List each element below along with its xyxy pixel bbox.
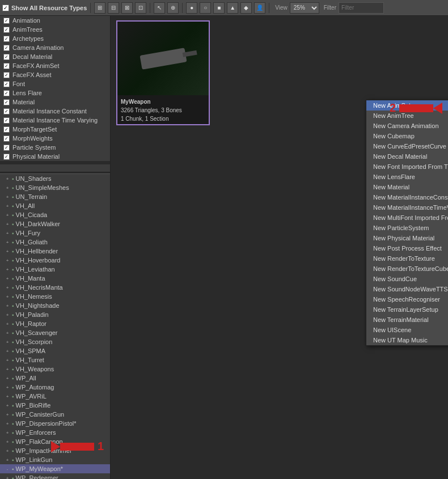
pkg-icon-biorifle: ▪ bbox=[12, 402, 14, 409]
grid-icon-2[interactable]: ⊟ bbox=[108, 2, 119, 14]
tree-item-wp-enforcers[interactable]: + ▪ WP_Enforcers bbox=[0, 428, 110, 437]
tree-item-un-simplemeshes[interactable]: + ▪ UN_SimpleMeshes bbox=[0, 183, 110, 192]
resource-item-decal-material[interactable]: ✓ Decal Material bbox=[0, 52, 110, 61]
tree-item-wp-redeemer[interactable]: + ▪ WP_Redeemer bbox=[0, 473, 110, 479]
tree-item-wp-flakcannon[interactable]: + ▪ WP_FlakCannon bbox=[0, 437, 110, 446]
tree-item-vh-paladin[interactable]: + ▪ VH_Paladin bbox=[0, 310, 110, 319]
menu-item-new-multifont[interactable]: New MultiFont Imported From TrueType bbox=[366, 213, 448, 223]
menu-item-new-camera-animation[interactable]: New Camera Animation bbox=[366, 121, 448, 131]
resource-item-material[interactable]: ✓ Material bbox=[0, 98, 110, 107]
filter-input[interactable] bbox=[339, 2, 384, 14]
tree-item-vh-necrismanta[interactable]: + ▪ VH_NecrisManta bbox=[0, 283, 110, 292]
tree-item-vh-nemesis[interactable]: + ▪ VH_Nemesis bbox=[0, 292, 110, 301]
pkg-icon-hoverboard: ▪ bbox=[12, 257, 14, 264]
tree-item-wp-all[interactable]: + ▪ WP_All bbox=[0, 374, 110, 383]
tree-item-vh-nightshade[interactable]: + ▪ VH_Nightshade bbox=[0, 301, 110, 310]
square-icon[interactable]: ■ bbox=[213, 2, 225, 14]
menu-item-new-terrain-layer-setup[interactable]: New TerrainLayerSetup bbox=[366, 304, 448, 315]
tree-item-vh-cicada[interactable]: + ▪ VH_Cicada bbox=[0, 210, 110, 219]
resource-item-facefx-asset[interactable]: ✓ FaceFX Asset bbox=[0, 70, 110, 79]
tree-item-wp-linkgun[interactable]: + ▪ WP_LinkGun bbox=[0, 455, 110, 464]
tree-item-vh-fury[interactable]: + ▪ VH_Fury bbox=[0, 228, 110, 238]
tree-item-wp-myweapon[interactable]: - ▪ WP_MyWeapon* bbox=[0, 464, 110, 473]
cursor-icon[interactable]: ↖ bbox=[154, 2, 165, 14]
check-physical-material: ✓ bbox=[3, 154, 10, 160]
tree-item-un-shaders[interactable]: + ▪ UN_Shaders bbox=[0, 174, 110, 183]
tree-item-vh-darkwalker[interactable]: + ▪ VH_DarkWalker bbox=[0, 219, 110, 228]
menu-item-new-terrain-material[interactable]: New TerrainMaterial bbox=[366, 315, 448, 325]
resource-item-camera-animation[interactable]: ✓ Camera Animation bbox=[0, 43, 110, 52]
tree-item-vh-all[interactable]: + ▪ VH_All bbox=[0, 201, 110, 210]
pkg-icon-scavenger: ▪ bbox=[12, 330, 14, 336]
menu-item-new-font-imported[interactable]: New Font Imported From TrueType bbox=[366, 162, 448, 172]
tree-item-vh-manta[interactable]: + ▪ VH_Manta bbox=[0, 274, 110, 283]
resource-item-facefx-animset[interactable]: ✓ FaceFX AnimSet bbox=[0, 61, 110, 70]
menu-item-new-lensflare[interactable]: New LensFlare bbox=[366, 172, 448, 182]
menu-item-new-render-to-texture-cube[interactable]: New RenderToTextureCube bbox=[366, 264, 448, 274]
grid-icon-3[interactable]: ⊠ bbox=[121, 2, 133, 14]
menu-item-new-sound-cue[interactable]: New SoundCue bbox=[366, 274, 448, 284]
resource-item-mic[interactable]: ✓ Material Instance Constant bbox=[0, 107, 110, 116]
menu-item-new-mitv[interactable]: New MaterialInstanceTimeVarying(WIP) bbox=[366, 202, 448, 213]
tree-item-vh-turret[interactable]: + ▪ VH_Turret bbox=[0, 355, 110, 364]
menu-item-new-ut-map-music[interactable]: New UT Map Music bbox=[366, 335, 448, 345]
menu-item-new-speech-recogniser[interactable]: New SpeechRecogniser bbox=[366, 294, 448, 304]
pkg-icon-wp-all: ▪ bbox=[12, 375, 14, 381]
zoom-icon[interactable]: ⊕ bbox=[167, 2, 179, 14]
ring-icon[interactable]: ○ bbox=[200, 2, 211, 14]
view-percent-select[interactable]: 25% 50% 100% bbox=[290, 2, 319, 14]
menu-item-new-cubemap[interactable]: New Cubemap bbox=[366, 131, 448, 141]
tree-item-vh-goliath[interactable]: + ▪ VH_Goliath bbox=[0, 238, 110, 247]
tree-item-vh-raptor[interactable]: + ▪ VH_Raptor bbox=[0, 319, 110, 328]
tree-item-vh-scavenger[interactable]: + ▪ VH_Scavenger bbox=[0, 328, 110, 337]
tree-item-vh-hoverboard[interactable]: + ▪ VH_Hoverboard bbox=[0, 256, 110, 265]
tree-item-wp-dispersionpistol[interactable]: + ▪ WP_DispersionPistol* bbox=[0, 419, 110, 428]
resource-item-archetypes[interactable]: ✓ Archetypes bbox=[0, 34, 110, 43]
resource-item-lens-flare[interactable]: ✓ Lens Flare bbox=[0, 88, 110, 98]
pkg-icon-manta: ▪ bbox=[12, 275, 14, 282]
resource-item-physical-material[interactable]: ✓ Physical Material bbox=[0, 152, 110, 161]
pkg-icon-enforcers: ▪ bbox=[12, 430, 14, 436]
menu-item-new-sound-node-wave-tts[interactable]: New SoundNodeWaveTTS bbox=[366, 284, 448, 294]
resource-item-animation[interactable]: ✓ Animation bbox=[0, 16, 110, 25]
tree-item-wp-canistergun[interactable]: + ▪ WP_CanisterGun bbox=[0, 410, 110, 419]
menu-item-new-animset[interactable]: New AnimSet bbox=[366, 100, 448, 111]
menu-item-new-particle-system[interactable]: New ParticleSystem bbox=[366, 223, 448, 233]
resource-item-morph-target-set[interactable]: ✓ MorphTargetSet bbox=[0, 125, 110, 134]
tree-item-un-terrain[interactable]: + ▪ UN_Terrain bbox=[0, 192, 110, 201]
resource-item-font[interactable]: ✓ Font bbox=[0, 79, 110, 88]
resource-item-morph-weights[interactable]: ✓ MorphWeights bbox=[0, 134, 110, 143]
menu-item-new-animtree[interactable]: New AnimTree bbox=[366, 111, 448, 121]
circle-icon[interactable]: ● bbox=[186, 2, 197, 14]
menu-item-new-mic[interactable]: New MaterialInstanceConstant bbox=[366, 192, 448, 202]
menu-item-new-physical-material[interactable]: New Physical Material bbox=[366, 233, 448, 243]
diamond-icon[interactable]: ◆ bbox=[240, 2, 252, 14]
menu-item-new-decal-material[interactable]: New Decal Material bbox=[366, 151, 448, 162]
person-icon[interactable]: 👤 bbox=[254, 2, 265, 14]
resource-item-mitv[interactable]: ✓ Material Instance Time Varying bbox=[0, 116, 110, 125]
menu-item-new-post-process[interactable]: New Post Process Effect bbox=[366, 243, 448, 253]
tree-item-vh-spma[interactable]: + ▪ VH_SPMA bbox=[0, 346, 110, 355]
expand-icon-scorpion: + bbox=[5, 339, 10, 345]
show-all-checkbox[interactable]: ✓ bbox=[2, 5, 9, 11]
tree-item-vh-leviathan[interactable]: + ▪ VH_Leviathan bbox=[0, 265, 110, 274]
tree-item-vh-weapons[interactable]: + ▪ VH_Weapons bbox=[0, 364, 110, 374]
grid-icon-4[interactable]: ⊡ bbox=[135, 2, 146, 14]
triangle-icon[interactable]: ▲ bbox=[227, 2, 238, 14]
tree-item-vh-scorpion[interactable]: + ▪ VH_Scorpion bbox=[0, 337, 110, 346]
menu-item-new-render-to-texture[interactable]: New RenderToTexture bbox=[366, 253, 448, 264]
resource-item-particle-system[interactable]: ✓ Particle System bbox=[0, 143, 110, 152]
resource-item-animtrees[interactable]: ✓ AnimTrees bbox=[0, 25, 110, 34]
grid-icon-1[interactable]: ⊞ bbox=[94, 2, 105, 14]
tree-item-wp-impacthammer[interactable]: + ▪ WP_ImpactHammer bbox=[0, 446, 110, 455]
tree-item-wp-avril[interactable]: + ▪ WP_AVRiL bbox=[0, 392, 110, 401]
tree-item-wp-biorifle[interactable]: + ▪ WP_BioRifle bbox=[0, 401, 110, 410]
tree-item-wp-automag[interactable]: + ▪ WP_Automag bbox=[0, 383, 110, 392]
menu-item-new-ui-scene[interactable]: New UIScene bbox=[366, 325, 448, 335]
menu-item-new-curveed[interactable]: New CurveEdPresetCurve bbox=[366, 141, 448, 151]
main-area: ✓ Animation ✓ AnimTrees ✓ Archetypes ✓ C… bbox=[0, 16, 448, 479]
tree-item-vh-hellbender[interactable]: + ▪ VH_Hellbender bbox=[0, 247, 110, 256]
expand-icon-manta: + bbox=[5, 275, 10, 281]
preview-chunk: 1 Chunk, 1 Section bbox=[121, 115, 205, 123]
menu-item-new-material[interactable]: New Material bbox=[366, 182, 448, 192]
